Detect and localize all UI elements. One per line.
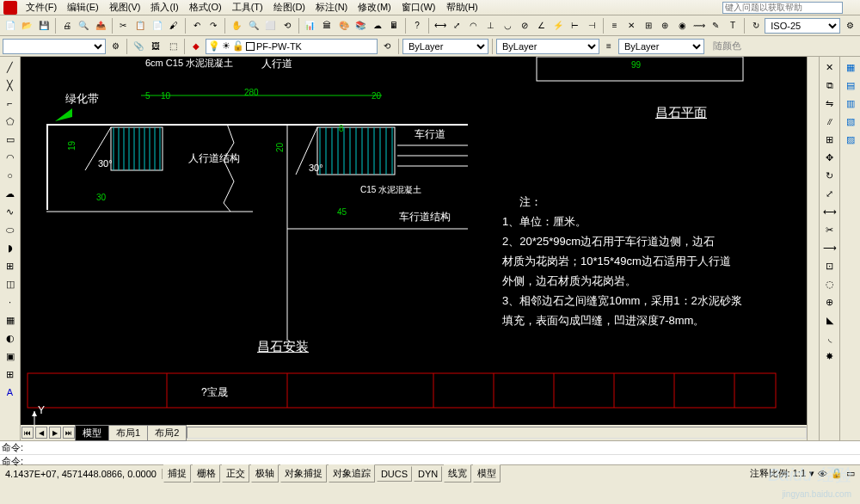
pline-icon[interactable]: ⌐ [2, 95, 19, 112]
copy-icon[interactable]: 📋 [132, 18, 148, 34]
layer-dropdown[interactable]: 💡 ☀ 🔓 PF-PW-TK [206, 39, 378, 54]
explode-icon[interactable]: ✸ [821, 347, 838, 365]
extend-icon[interactable]: ⟶ [821, 239, 838, 256]
status-dyn[interactable]: DYN [414, 466, 442, 482]
dim-radius-icon[interactable]: ◡ [500, 18, 515, 34]
mtext-icon[interactable]: A [2, 384, 19, 401]
menu-window[interactable]: 窗口(W) [396, 0, 441, 15]
preview-icon[interactable]: 🔍 [76, 18, 91, 34]
dim-ordinate-icon[interactable]: ⊥ [483, 18, 499, 34]
layer-prev-icon[interactable]: ⟲ [379, 39, 395, 54]
save-icon[interactable]: 💾 [36, 18, 52, 34]
help-icon[interactable]: ? [409, 18, 425, 34]
drawing-canvas[interactable]: 6cm C15 水泥混凝土 人行道 5 10 280 20 绿化带 人行道结构 … [21, 57, 807, 425]
break-icon[interactable]: ◌ [821, 275, 838, 292]
tolerance-icon[interactable]: ⊞ [641, 18, 656, 34]
move-icon[interactable]: ✥ [821, 149, 838, 166]
erase-icon[interactable]: ✕ [821, 58, 838, 76]
line-icon[interactable]: ╱ [2, 58, 19, 76]
sheet-set-icon[interactable]: 📚 [353, 18, 368, 34]
draworder-4-icon[interactable]: ▧ [842, 113, 859, 130]
command-window[interactable]: 命令: 命令: [0, 440, 860, 464]
menu-format[interactable]: 格式(O) [184, 0, 227, 15]
menu-edit[interactable]: 编辑(E) [62, 0, 104, 15]
lineweight-dropdown[interactable]: ByLayer [618, 39, 704, 54]
undo-icon[interactable]: ↶ [189, 18, 205, 34]
rectangle-icon[interactable]: ▭ [2, 131, 19, 148]
xref-icon[interactable]: 📎 [131, 39, 146, 54]
zoom-win-icon[interactable]: ⬜ [262, 18, 278, 34]
design-center-icon[interactable]: 🏛 [319, 18, 335, 34]
dim-edit-icon[interactable]: ✎ [709, 18, 724, 34]
lock-toolbar-icon[interactable]: 🔒 [831, 468, 843, 479]
properties-icon[interactable]: 📊 [303, 18, 318, 34]
status-ducs[interactable]: DUCS [377, 466, 412, 482]
menu-modify[interactable]: 修改(M) [353, 0, 396, 15]
linetype-mgr-icon[interactable]: ≡ [601, 39, 617, 54]
dim-arc-icon[interactable]: ◠ [466, 18, 482, 34]
menu-tools[interactable]: 工具(T) [227, 0, 268, 15]
tab-layout1[interactable]: 布局1 [108, 425, 148, 441]
region-icon[interactable]: ▣ [2, 347, 19, 365]
cut-icon[interactable]: ✂ [116, 18, 132, 34]
coordinates[interactable]: 4.1437E+07, 4571448.0866, 0.0000 [0, 469, 163, 479]
tab-nav-next[interactable]: ▶ [49, 427, 61, 439]
draworder-1-icon[interactable]: ▦ [842, 58, 859, 76]
spline-icon[interactable]: ∿ [2, 203, 19, 220]
dimstyle-dropdown[interactable]: ISO-25 [765, 18, 840, 34]
scale-icon[interactable]: ⤢ [821, 185, 838, 202]
tab-model[interactable]: 模型 [75, 425, 109, 441]
array-icon[interactable]: ⊞ [821, 131, 838, 148]
status-grid[interactable]: 栅格 [193, 464, 220, 482]
table-icon[interactable]: ⊞ [2, 366, 19, 383]
calc-icon[interactable]: 🖩 [387, 18, 402, 34]
dim-tedit-icon[interactable]: T [725, 18, 740, 34]
draworder-5-icon[interactable]: ▨ [842, 131, 859, 148]
ws-settings-icon[interactable]: ⚙ [108, 39, 123, 54]
status-lwt[interactable]: 线宽 [444, 464, 471, 482]
menu-help[interactable]: 帮助(H) [441, 0, 483, 15]
insert-block-icon[interactable]: ⊞ [2, 257, 19, 274]
pan-icon[interactable]: ✋ [229, 18, 244, 34]
circle-icon[interactable]: ○ [2, 167, 19, 184]
menu-dimension[interactable]: 标注(N) [310, 0, 353, 15]
new-icon[interactable]: 📄 [3, 18, 18, 34]
arc-icon[interactable]: ◠ [2, 149, 19, 166]
field-icon[interactable]: ⬚ [165, 39, 181, 54]
menu-view[interactable]: 视图(V) [104, 0, 146, 15]
tab-nav-last[interactable]: ⏭ [63, 427, 75, 439]
make-block-icon[interactable]: ◫ [2, 275, 19, 292]
dim-break-icon[interactable]: ✕ [624, 18, 639, 34]
mirror-icon[interactable]: ⇋ [821, 95, 838, 112]
dim-aligned-icon[interactable]: ⤢ [449, 18, 464, 34]
chamfer-icon[interactable]: ◣ [821, 311, 838, 329]
status-osnap[interactable]: 对象捕捉 [280, 464, 327, 482]
dim-update-icon[interactable]: ↻ [748, 18, 764, 34]
status-polar[interactable]: 极轴 [251, 464, 279, 482]
rotate-icon[interactable]: ↻ [821, 167, 838, 184]
annotation-scale[interactable]: 注释比例: 1:1 [750, 467, 806, 480]
menu-file[interactable]: 文件(F) [21, 0, 62, 15]
color-dropdown[interactable]: ByLayer [402, 39, 488, 54]
hatch-icon[interactable]: ▦ [2, 311, 19, 329]
ellipse-icon[interactable]: ⬭ [2, 221, 19, 238]
zoom-rt-icon[interactable]: 🔍 [246, 18, 261, 34]
zoom-prev-icon[interactable]: ⟲ [280, 18, 295, 34]
menu-draw[interactable]: 绘图(D) [268, 0, 310, 15]
inspect-icon[interactable]: ◉ [674, 18, 690, 34]
dimstyle-icon[interactable]: ⚙ [842, 18, 857, 34]
break-pt-icon[interactable]: ⊡ [821, 257, 838, 274]
match-icon[interactable]: 🖌 [166, 18, 181, 34]
anno-dropdown-icon[interactable]: ▾ [809, 468, 814, 479]
tab-nav-first[interactable]: ⏮ [22, 427, 34, 439]
redo-icon[interactable]: ↷ [206, 18, 222, 34]
dim-quick-icon[interactable]: ⚡ [550, 18, 566, 34]
horizontal-scrollbar[interactable] [187, 427, 807, 439]
dim-diameter-icon[interactable]: ⊘ [517, 18, 532, 34]
point-icon[interactable]: · [2, 293, 19, 310]
publish-icon[interactable]: 📤 [93, 18, 108, 34]
menu-insert[interactable]: 插入(I) [145, 0, 183, 15]
dim-space-icon[interactable]: ≡ [607, 18, 623, 34]
ellipse-arc-icon[interactable]: ◗ [2, 239, 19, 256]
status-snap[interactable]: 捕捉 [163, 464, 191, 482]
